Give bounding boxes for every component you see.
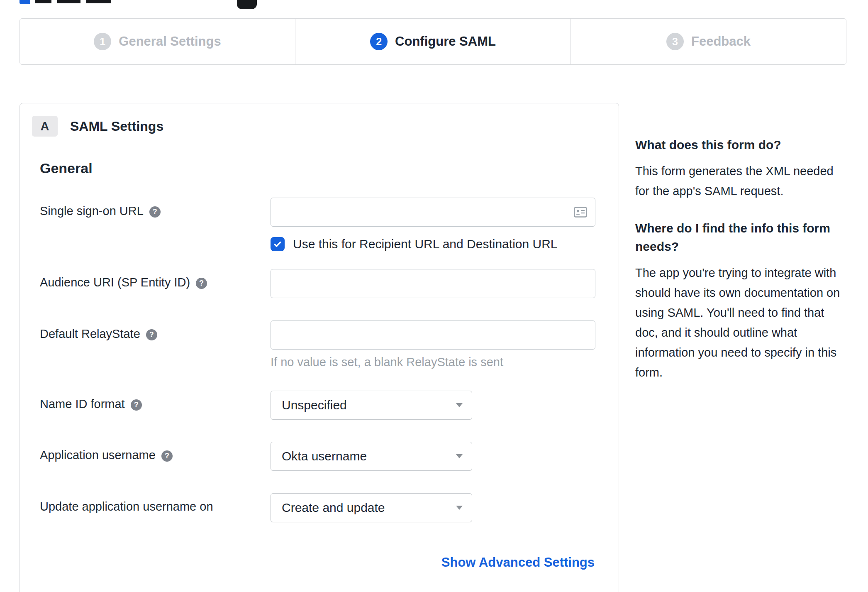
checkbox-checked-icon[interactable] xyxy=(271,237,285,251)
step-label: General Settings xyxy=(119,34,221,49)
clipped-header-fragment xyxy=(20,0,30,4)
single-sign-on-url-input[interactable] xyxy=(271,198,595,227)
field-label: Audience URI (SP Entity ID) ? xyxy=(40,269,271,298)
clipped-header-fragment xyxy=(35,0,51,3)
step-number-badge: 3 xyxy=(666,33,684,50)
field-row-default-relaystate: Default RelayState ? If no value is set,… xyxy=(20,320,619,369)
field-row-name-id-format: Name ID format ? Unspecified xyxy=(20,391,619,420)
update-app-username-select[interactable]: Create and update xyxy=(271,493,472,522)
select-value: Create and update xyxy=(282,501,385,515)
field-label: Single sign-on URL ? xyxy=(40,198,271,252)
help-icon[interactable]: ? xyxy=(131,399,142,411)
help-para-where: The app you're trying to integrate with … xyxy=(635,263,843,382)
help-icon[interactable]: ? xyxy=(149,206,161,218)
field-label-text: Default RelayState xyxy=(40,327,140,341)
clipped-header-fragment xyxy=(57,0,80,3)
checkbox-label: Use this for Recipient URL and Destinati… xyxy=(293,237,558,251)
field-row-update-app-username: Update application username on Create an… xyxy=(20,493,619,522)
step-label: Configure SAML xyxy=(395,34,496,49)
field-row-audience-uri: Audience URI (SP Entity ID) ? xyxy=(20,269,619,298)
general-section-heading: General xyxy=(40,160,619,176)
step-number-badge: 1 xyxy=(94,33,111,50)
application-username-select[interactable]: Okta username xyxy=(271,442,472,471)
saml-settings-panel: A SAML Settings General Single sign-on U… xyxy=(20,103,619,592)
advanced-settings-row: Show Advanced Settings xyxy=(20,555,619,570)
help-icon[interactable]: ? xyxy=(161,450,173,462)
clipped-app-icon xyxy=(237,0,257,9)
field-label-text: Application username xyxy=(40,448,156,462)
help-icon[interactable]: ? xyxy=(196,278,207,289)
relaystate-hint: If no value is set, a blank RelayState i… xyxy=(271,355,595,369)
field-label-text: Audience URI (SP Entity ID) xyxy=(40,276,190,289)
contact-card-icon xyxy=(574,207,587,219)
field-label: Update application username on xyxy=(40,493,271,522)
field-label-text: Update application username on xyxy=(40,500,213,514)
field-label-text: Single sign-on URL xyxy=(40,204,144,218)
audience-uri-input[interactable] xyxy=(271,269,595,298)
field-row-single-sign-on-url: Single sign-on URL ? xyxy=(20,198,619,252)
step-number-badge: 2 xyxy=(370,33,388,50)
step-configure-saml[interactable]: 2 Configure SAML xyxy=(295,19,571,64)
help-heading-where: Where do I find the info this form needs… xyxy=(635,219,843,256)
panel-header: A SAML Settings xyxy=(20,103,619,137)
step-feedback[interactable]: 3 Feedback xyxy=(571,19,846,64)
help-heading-what: What does this form do? xyxy=(635,136,843,154)
field-label: Name ID format ? xyxy=(40,391,271,420)
step-general-settings[interactable]: 1 General Settings xyxy=(20,19,295,64)
section-a-badge: A xyxy=(32,116,58,137)
show-advanced-settings-link[interactable]: Show Advanced Settings xyxy=(441,555,595,570)
step-label: Feedback xyxy=(691,34,751,49)
configure-saml-page: 1 General Settings 2 Configure SAML 3 Fe… xyxy=(0,0,868,592)
help-sidebar: What does this form do? This form genera… xyxy=(635,136,843,382)
help-para-what: This form generates the XML needed for t… xyxy=(635,161,843,201)
select-value: Okta username xyxy=(282,449,367,463)
field-label: Application username ? xyxy=(40,442,271,471)
recipient-url-checkbox-row[interactable]: Use this for Recipient URL and Destinati… xyxy=(271,236,595,252)
clipped-header-fragment xyxy=(86,0,111,3)
field-label-text: Name ID format xyxy=(40,397,125,411)
default-relaystate-input[interactable] xyxy=(271,320,595,350)
help-icon[interactable]: ? xyxy=(146,329,157,340)
chevron-down-icon xyxy=(456,506,463,510)
panel-title: SAML Settings xyxy=(70,119,163,134)
wizard-stepper: 1 General Settings 2 Configure SAML 3 Fe… xyxy=(20,18,846,65)
name-id-format-select[interactable]: Unspecified xyxy=(271,391,472,420)
chevron-down-icon xyxy=(456,454,463,458)
select-value: Unspecified xyxy=(282,398,347,412)
field-row-application-username: Application username ? Okta username xyxy=(20,442,619,471)
field-label: Default RelayState ? xyxy=(40,320,271,369)
chevron-down-icon xyxy=(456,403,463,407)
